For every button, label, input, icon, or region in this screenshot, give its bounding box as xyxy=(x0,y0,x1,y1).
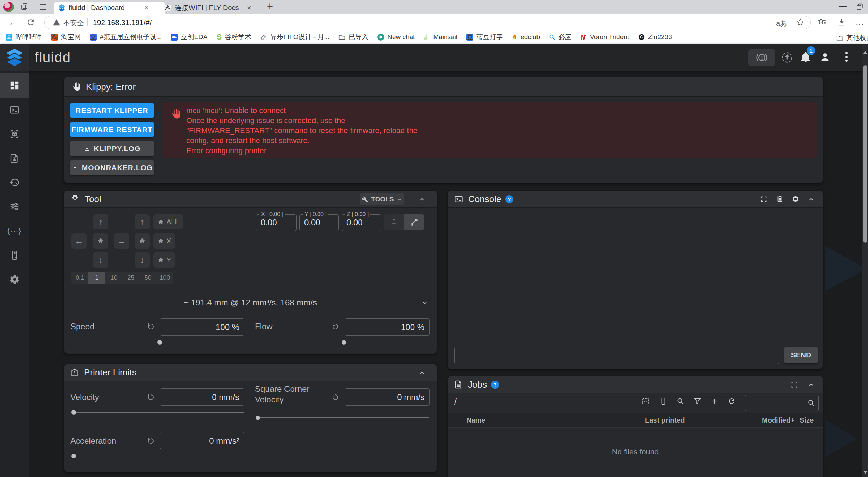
bookmark-taobao[interactable]: 淘 淘宝网 xyxy=(51,33,81,42)
sidebar-item-history[interactable] xyxy=(0,175,29,190)
console-help-badge[interactable]: ? xyxy=(505,195,513,203)
absolute-positioning-button[interactable] xyxy=(384,214,404,230)
chevron-down-icon[interactable] xyxy=(421,299,428,306)
home-x-button[interactable]: X xyxy=(153,233,175,249)
sidebar-item-dashboard[interactable] xyxy=(0,78,29,93)
reset-icon[interactable] xyxy=(147,322,155,331)
flow-slider-thumb[interactable] xyxy=(342,340,346,345)
reset-icon[interactable] xyxy=(147,393,155,401)
address-bar[interactable] xyxy=(44,16,811,29)
bookmark-github[interactable]: Zin2233 xyxy=(638,33,672,41)
bookmark-lceda[interactable]: 立创EDA xyxy=(171,33,207,42)
sidebar-item-gcode-preview[interactable] xyxy=(0,127,29,142)
bookmark-scholar[interactable]: S 谷粉学术 xyxy=(216,33,251,42)
column-modified[interactable]: Modified xyxy=(762,416,790,424)
browser-menu-icon[interactable]: … xyxy=(855,17,865,27)
scv-input[interactable]: 0 mm/s xyxy=(345,388,430,406)
update-icon[interactable] xyxy=(781,51,793,64)
velocity-slider[interactable] xyxy=(71,412,244,413)
console-command-input[interactable] xyxy=(454,347,779,364)
x-position-field[interactable]: X [ 0.00 ] 0.00 xyxy=(256,214,297,231)
bookmark-imported-folder[interactable]: 已导入 xyxy=(338,33,368,42)
bookmark-edclub[interactable]: edclub xyxy=(512,33,540,41)
collapse-icon[interactable] xyxy=(808,381,815,388)
fullscreen-icon[interactable] xyxy=(760,196,767,203)
bookmark-landou[interactable]: 豆 蓝豆打字 xyxy=(466,33,503,42)
distance-option[interactable]: 10 xyxy=(105,272,122,284)
velocity-slider-thumb[interactable] xyxy=(71,410,76,415)
bookmark-fifo[interactable]: 异步FIFO设计 - 月... xyxy=(260,33,329,42)
scrollbar-down-arrow[interactable] xyxy=(863,470,867,474)
distance-option[interactable]: 50 xyxy=(139,272,156,284)
filter-icon[interactable] xyxy=(693,397,702,405)
column-last-printed[interactable]: Last printed xyxy=(645,416,685,424)
speed-slider[interactable] xyxy=(71,342,244,342)
flow-input[interactable]: 100 % xyxy=(345,318,430,336)
firmware-restart-button[interactable]: FIRMWARE RESTART xyxy=(70,122,154,137)
jog-y-plus-button[interactable]: ↑ xyxy=(93,214,108,229)
window-minimize-button[interactable]: — xyxy=(839,1,847,10)
search-icon[interactable] xyxy=(676,397,685,405)
reset-icon[interactable] xyxy=(331,322,340,331)
sidebar-item-jobs[interactable] xyxy=(0,151,29,166)
sidebar-item-configure[interactable]: {···} xyxy=(0,223,29,238)
scrollbar-thumb[interactable] xyxy=(863,65,867,243)
collapse-icon[interactable] xyxy=(808,196,815,203)
tab-fluidd[interactable]: fluidd | Dashboard × xyxy=(54,2,165,14)
collections-icon[interactable] xyxy=(818,18,827,27)
distance-option-selected[interactable]: 1 xyxy=(88,272,105,284)
z-position-field[interactable]: Z [ 0.00 ] 0.00 xyxy=(342,214,381,231)
collapse-icon[interactable] xyxy=(419,369,426,376)
jobs-help-badge[interactable]: ? xyxy=(491,381,499,389)
distance-option[interactable]: 25 xyxy=(122,272,139,284)
speed-input[interactable]: 100 % xyxy=(160,318,244,336)
velocity-input[interactable]: 0 mm/s xyxy=(160,388,244,406)
bookmark-contest[interactable]: 立 #第五届立创电子设... xyxy=(90,33,162,42)
scv-slider-thumb[interactable] xyxy=(256,416,260,420)
favorite-star-icon[interactable] xyxy=(796,18,805,26)
home-z-button[interactable] xyxy=(135,233,150,249)
jog-x-minus-button[interactable]: ← xyxy=(71,233,87,249)
distance-option[interactable]: 100 xyxy=(156,272,173,284)
thumbnails-toggle-icon[interactable] xyxy=(641,397,650,405)
sidebar-item-tune[interactable] xyxy=(0,199,29,214)
new-tab-button[interactable]: + xyxy=(267,1,273,12)
bookmark-voron[interactable]: Voron Trident xyxy=(581,33,629,41)
bookmark-bilibili[interactable]: 哔哩哔哩 xyxy=(6,33,42,42)
sidebar-item-system[interactable] xyxy=(0,248,29,263)
relative-positioning-button[interactable] xyxy=(404,214,424,230)
sidebar-item-console[interactable] xyxy=(0,102,29,118)
add-icon[interactable] xyxy=(711,397,719,405)
bookmark-newchat[interactable]: New chat xyxy=(377,33,415,41)
list-view-icon[interactable] xyxy=(659,397,668,405)
scv-slider[interactable] xyxy=(256,417,429,418)
tab-close-icon[interactable]: × xyxy=(247,3,251,12)
home-y-button[interactable]: Y xyxy=(153,252,175,268)
tab-search-icon[interactable] xyxy=(20,3,28,11)
acceleration-slider-thumb[interactable] xyxy=(71,454,76,458)
sidebar-item-settings[interactable] xyxy=(0,272,29,287)
bookmark-bing[interactable]: 必应 xyxy=(549,33,571,42)
y-position-field[interactable]: Y [ 0.00 ] 0.00 xyxy=(299,214,339,231)
fullscreen-icon[interactable] xyxy=(791,381,798,388)
console-output[interactable] xyxy=(448,207,823,339)
collapse-icon[interactable] xyxy=(419,196,426,203)
tools-dropdown-button[interactable]: TOOLS xyxy=(360,193,404,205)
acceleration-slider[interactable] xyxy=(71,456,244,456)
downloads-icon[interactable] xyxy=(837,18,846,27)
back-icon[interactable]: ← xyxy=(8,17,18,28)
send-button[interactable]: SEND xyxy=(784,347,818,363)
translate-icon[interactable]: aあ xyxy=(776,19,787,28)
jog-y-minus-button[interactable]: ↓ xyxy=(93,252,108,268)
browser-profile-avatar[interactable] xyxy=(3,2,14,12)
reset-icon[interactable] xyxy=(331,393,340,401)
column-size[interactable]: Size xyxy=(800,416,814,424)
gear-icon[interactable] xyxy=(792,195,799,203)
user-icon[interactable] xyxy=(819,51,831,63)
speed-slider-thumb[interactable] xyxy=(157,340,162,345)
distance-option[interactable]: 0.1 xyxy=(71,272,88,284)
jog-z-minus-button[interactable]: ↓ xyxy=(135,252,150,268)
home-all-button[interactable]: ALL xyxy=(153,214,183,229)
reset-icon[interactable] xyxy=(147,437,155,445)
jog-z-plus-button[interactable]: ↑ xyxy=(135,214,150,229)
